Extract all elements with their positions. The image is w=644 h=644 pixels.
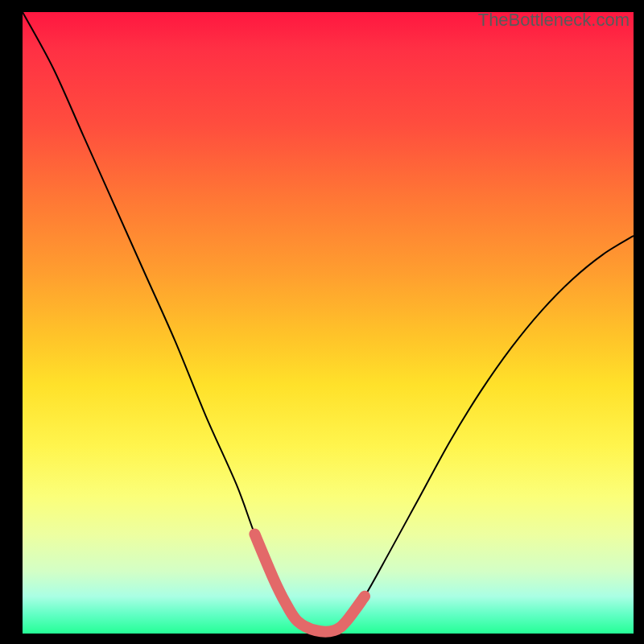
watermark-text: TheBottleneck.com xyxy=(478,10,630,31)
plot-area xyxy=(23,12,634,634)
bottleneck-chart: TheBottleneck.com xyxy=(0,0,644,644)
curve-highlight xyxy=(254,534,365,631)
chart-svg xyxy=(23,12,634,634)
curve-line xyxy=(23,12,634,632)
